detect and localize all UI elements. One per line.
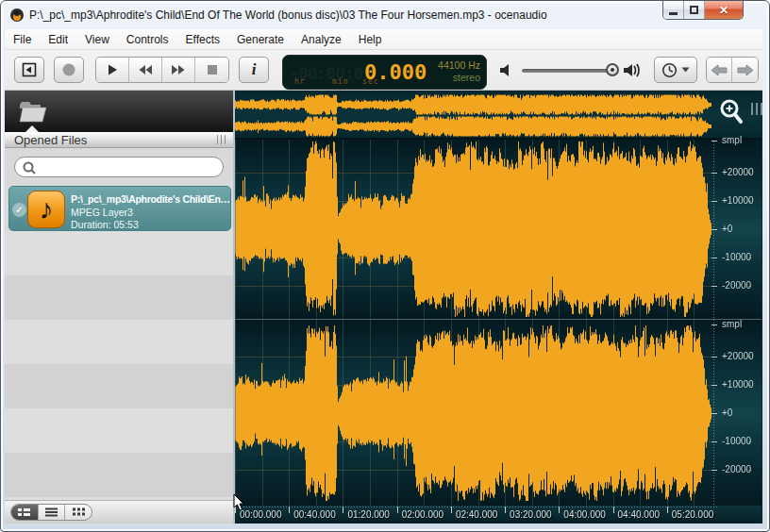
ruler-label: +10000	[722, 379, 754, 390]
record-button[interactable]	[54, 57, 84, 83]
timeline-label: 01:20.000	[347, 509, 390, 520]
menu-effects[interactable]: Effects	[177, 30, 228, 49]
play-button[interactable]	[96, 58, 129, 82]
panel-grip-icon[interactable]	[217, 135, 226, 144]
file-duration: Duration: 05:53	[71, 219, 139, 230]
waveform-panel: 00:00.00000:40.00001:20.00002:00.00002:4…	[233, 91, 762, 524]
search-icon	[22, 160, 37, 175]
file-list-stripes	[5, 231, 233, 500]
play-icon	[106, 63, 119, 76]
nav-group	[706, 57, 759, 83]
timeline-label: 00:40.000	[293, 509, 336, 520]
sample-rate: 44100 Hz	[438, 59, 480, 71]
list-view-icon	[45, 507, 58, 517]
menu-analyze[interactable]: Analyze	[293, 30, 350, 49]
ruler-label: +20000	[722, 167, 754, 177]
fast-forward-button[interactable]	[162, 58, 195, 82]
volume-slider[interactable]	[522, 69, 616, 73]
ruler-label: +0	[722, 224, 732, 234]
menu-file[interactable]: File	[5, 30, 40, 49]
volume-knob[interactable]	[606, 63, 619, 76]
overview-grip-icon[interactable]	[751, 103, 762, 115]
ruler-label: +20000	[722, 351, 754, 361]
close-button[interactable]: ✕	[705, 1, 743, 19]
minimize-icon	[669, 12, 678, 15]
search-box	[14, 157, 224, 177]
info-icon: i	[252, 60, 257, 79]
menubar: File Edit View Controls Effects Generate…	[5, 29, 762, 50]
timeline-label: 03:20.000	[510, 509, 552, 520]
ruler-label: -20000	[722, 464, 751, 474]
transport-group	[95, 57, 229, 83]
grid-view-icon	[73, 507, 85, 517]
window-title: P:\_pc\_mp3\Aphrodite's Child\End Of The…	[29, 8, 547, 22]
volume-loud-icon[interactable]	[623, 61, 644, 79]
timeline-label: 05:20.000	[672, 509, 714, 520]
view-mode-grid-button[interactable]	[65, 505, 92, 520]
view-mode-group	[10, 504, 92, 521]
file-item[interactable]: ✓ ♪ P:\_pc\_mp3\Aphrodite's Child\End ..…	[8, 186, 231, 231]
info-button[interactable]: i	[239, 57, 269, 83]
maximize-button[interactable]	[684, 1, 705, 19]
music-file-icon: ♪	[27, 191, 65, 228]
sidebar: Opened Files ✓ ♪ P:\_pc\_mp3\Aphrodite's…	[5, 91, 233, 524]
chevron-down-icon	[681, 67, 690, 73]
ruler-label: smpl	[722, 319, 742, 329]
timeline-label: 04:40.000	[618, 509, 661, 520]
unit-sec: sec	[362, 77, 378, 86]
unit-hr: hr	[294, 77, 306, 86]
clock-icon	[661, 62, 678, 78]
window-controls: ✕	[662, 1, 744, 20]
rewind-button[interactable]	[129, 58, 162, 82]
rewind-icon	[138, 64, 153, 75]
file-list: ✓ ♪ P:\_pc\_mp3\Aphrodite's Child\End ..…	[5, 148, 233, 500]
arrow-right-icon	[737, 64, 754, 76]
minimize-button[interactable]	[663, 1, 684, 19]
menu-generate[interactable]: Generate	[228, 30, 293, 49]
ruler-label: -10000	[722, 252, 751, 262]
time-display: -00:00:0 0.000 hr min sec 44100 Hz stere…	[282, 55, 487, 90]
next-button[interactable]	[732, 58, 758, 82]
app-icon	[9, 8, 25, 23]
time-format-button[interactable]	[654, 57, 697, 83]
waveform-canvas[interactable]	[235, 91, 762, 524]
volume-mute-icon[interactable]	[499, 62, 516, 78]
toolbar: i -00:00:0 0.000 hr min sec 44100 Hz ste…	[5, 50, 762, 91]
zoom-icon[interactable]	[718, 98, 746, 128]
channel-mode: stereo	[453, 72, 480, 83]
sidebar-header	[5, 91, 233, 132]
unit-min: min	[332, 77, 348, 86]
arrow-left-icon	[711, 64, 728, 76]
ruler-label: smpl	[722, 135, 742, 145]
timeline-label: 02:00.000	[402, 509, 444, 520]
search-input[interactable]	[42, 159, 215, 175]
menu-edit[interactable]: Edit	[40, 30, 76, 49]
titlebar[interactable]: P:\_pc\_mp3\Aphrodite's Child\End Of The…	[1, 1, 769, 29]
app-window: P:\_pc\_mp3\Aphrodite's Child\End Of The…	[0, 0, 770, 532]
go-to-start-button[interactable]	[14, 57, 44, 83]
ruler-label: -10000	[722, 436, 751, 446]
close-icon: ✕	[719, 5, 728, 16]
prev-button[interactable]	[707, 58, 732, 82]
ruler-label: -20000	[722, 280, 751, 291]
menu-help[interactable]: Help	[350, 30, 391, 49]
file-name: P:\_pc\_mp3\Aphrodite's Child\End ...	[71, 193, 233, 205]
stop-icon	[207, 64, 218, 75]
fast-forward-icon	[171, 64, 186, 75]
mouse-cursor	[233, 493, 245, 511]
timeline-label: 04:00.000	[563, 509, 606, 520]
view-mode-details-button[interactable]	[11, 505, 39, 520]
maximize-icon	[690, 6, 698, 14]
stop-button[interactable]	[195, 58, 228, 82]
menu-controls[interactable]: Controls	[118, 30, 177, 49]
panel-title: Opened Files	[14, 133, 87, 147]
tab-notch	[25, 125, 39, 132]
record-icon	[61, 62, 76, 77]
menu-view[interactable]: View	[76, 30, 118, 49]
view-mode-list-button[interactable]	[39, 505, 66, 520]
opened-files-bar[interactable]: Opened Files	[5, 132, 233, 148]
timeline-label: 00:00.000	[240, 509, 282, 520]
check-icon: ✓	[12, 203, 26, 217]
go-to-start-icon	[22, 62, 37, 77]
folder-icon[interactable]	[18, 99, 50, 125]
